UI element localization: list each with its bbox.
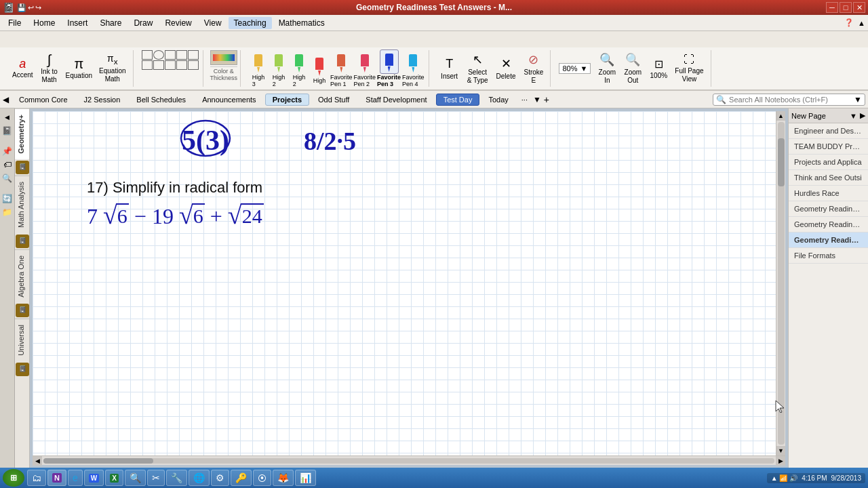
vscroll-down-button[interactable]: ▼ bbox=[776, 446, 786, 455]
zoom-value-box[interactable]: 80% ▼ bbox=[559, 63, 591, 74]
ink-to-math-button[interactable]: ∫ Ink toMath bbox=[37, 52, 62, 85]
shape-r2[interactable] bbox=[153, 60, 164, 70]
taskbar-settings-button[interactable]: ⚙ bbox=[211, 470, 229, 486]
tab-odd-stuff[interactable]: Odd Stuff bbox=[311, 94, 357, 106]
panel-item-team-buddy[interactable]: TEAM BUDDY Practi bbox=[789, 139, 868, 155]
vtab-math-analysis[interactable]: Math Analysis bbox=[15, 176, 29, 233]
tab-common-core[interactable]: Common Core bbox=[12, 94, 75, 106]
taskbar-search-button[interactable]: 🔍 bbox=[125, 470, 146, 486]
fav4-button[interactable] bbox=[403, 49, 422, 74]
menu-review[interactable]: Review bbox=[159, 17, 197, 29]
taskbar-globe-button[interactable]: 🌐 bbox=[189, 470, 210, 486]
sidebar-folder-icon[interactable]: 📁 bbox=[1, 206, 14, 218]
close-button[interactable]: ✕ bbox=[853, 2, 865, 13]
tab-staff-development[interactable]: Staff Development bbox=[358, 94, 434, 106]
menu-insert[interactable]: Insert bbox=[62, 17, 93, 29]
high3-button[interactable] bbox=[249, 49, 268, 74]
stroke-button[interactable]: ⊘ StrokeE bbox=[521, 51, 546, 86]
vscroll-up-button[interactable]: ▲ bbox=[776, 111, 786, 121]
redo-icon[interactable]: ↪ bbox=[35, 3, 41, 12]
shape-r3[interactable] bbox=[165, 60, 176, 70]
undo-icon[interactable]: ↩ bbox=[28, 3, 34, 12]
tab-today[interactable]: Today bbox=[481, 94, 515, 106]
tab-projects[interactable]: Projects bbox=[265, 94, 309, 106]
tab-test-day[interactable]: Test Day bbox=[436, 94, 480, 106]
panel-item-hurdles[interactable]: Hurdles Race bbox=[789, 186, 868, 201]
sidebar-back-icon[interactable]: ◀ bbox=[1, 111, 14, 123]
taskbar-folder-button[interactable]: 🗂 bbox=[27, 470, 46, 486]
vtab-algebra-one[interactable]: Algebra One bbox=[15, 249, 29, 303]
vtab-universal[interactable]: Universal bbox=[15, 319, 29, 361]
hscroll-right-button[interactable]: ▶ bbox=[776, 456, 785, 466]
menu-file[interactable]: File bbox=[3, 17, 26, 29]
vscroll-thumb[interactable] bbox=[778, 138, 785, 186]
taskbar-chrome-button[interactable]: ⦿ bbox=[253, 470, 271, 486]
panel-item-think-see[interactable]: Think and See Outsi bbox=[789, 170, 868, 186]
panel-item-geo-read-1[interactable]: Geometry Readiness bbox=[789, 201, 868, 217]
shape-r5[interactable] bbox=[188, 60, 199, 70]
panel-item-geo-read-3[interactable]: Geometry Readiness bbox=[789, 232, 868, 248]
shape-rect2[interactable] bbox=[165, 50, 176, 60]
tabs-arrow-right[interactable]: ▼ bbox=[533, 95, 541, 104]
taskbar-excel-button[interactable]: X bbox=[105, 470, 123, 486]
high2-button[interactable] bbox=[269, 49, 288, 74]
shape-r1[interactable] bbox=[142, 60, 153, 70]
taskbar-word-button[interactable]: W bbox=[84, 470, 104, 486]
shape-other[interactable] bbox=[188, 50, 199, 60]
menu-teaching[interactable]: Teaching bbox=[229, 17, 272, 29]
start-button[interactable]: ⊞ bbox=[3, 469, 24, 487]
taskbar-tools-button[interactable]: 🔧 bbox=[166, 470, 187, 486]
zoom-dropdown-icon[interactable]: ▼ bbox=[580, 64, 587, 73]
equation-button[interactable]: π Equation bbox=[63, 56, 95, 81]
minimize-button[interactable]: ─ bbox=[826, 2, 838, 13]
taskbar-ie-button[interactable]: e bbox=[68, 470, 83, 486]
taskbar-chart-button[interactable]: 📊 bbox=[295, 470, 316, 486]
high-button[interactable] bbox=[310, 53, 329, 77]
panel-item-geo-read-2[interactable]: Geometry Readiness bbox=[789, 217, 868, 232]
tab-j2-session[interactable]: J2 Session bbox=[77, 94, 128, 106]
tab-announcements[interactable]: Announcements bbox=[195, 94, 264, 106]
color-swatch[interactable] bbox=[210, 50, 237, 65]
taskbar-onenote-button[interactable]: N bbox=[47, 470, 66, 486]
accent-button[interactable]: a Accent bbox=[9, 56, 36, 81]
taskbar-key-button[interactable]: 🔑 bbox=[231, 470, 252, 486]
select-type-button[interactable]: ↖ Select& Type bbox=[465, 51, 491, 86]
zoom-100-button[interactable]: ⊡ 100% bbox=[646, 56, 671, 81]
taskbar-scissors-button[interactable]: ✂ bbox=[147, 470, 165, 486]
high1-button[interactable] bbox=[290, 49, 309, 74]
tabs-back-icon[interactable]: ◀ bbox=[3, 95, 9, 104]
vscroll-track[interactable] bbox=[778, 122, 785, 445]
fav1-button[interactable] bbox=[332, 49, 351, 74]
tabs-more[interactable]: ··· bbox=[517, 94, 532, 105]
menu-draw[interactable]: Draw bbox=[128, 17, 158, 29]
search-input[interactable] bbox=[729, 96, 851, 104]
canvas[interactable]: 5(3) 8/2·5 17) Simplify in radical form bbox=[33, 111, 785, 455]
shape-rect[interactable] bbox=[142, 50, 153, 60]
panel-header-forward-icon[interactable]: ▶ bbox=[860, 111, 865, 120]
vtab-geometry[interactable]: Geometry+ bbox=[15, 108, 29, 159]
insert-button[interactable]: T Insert bbox=[437, 56, 462, 82]
fav3-button[interactable] bbox=[380, 49, 399, 74]
panel-item-projects[interactable]: Projects and Applica bbox=[789, 155, 868, 170]
menu-share[interactable]: Share bbox=[94, 17, 127, 29]
sidebar-tags-icon[interactable]: 🏷 bbox=[1, 159, 14, 171]
tab-bell-schedules[interactable]: Bell Schedules bbox=[129, 94, 193, 106]
menu-view[interactable]: View bbox=[199, 17, 227, 29]
shape-circle[interactable] bbox=[153, 50, 164, 60]
zoom-in-button[interactable]: 🔍 ZoomIn bbox=[595, 51, 619, 86]
search-dropdown-icon[interactable]: ▼ bbox=[854, 95, 862, 104]
sidebar-nav-icon[interactable]: 📌 bbox=[1, 145, 14, 157]
hscroll-left-button[interactable]: ◀ bbox=[33, 456, 42, 466]
taskbar-firefox-button[interactable]: 🦊 bbox=[273, 470, 294, 486]
panel-item-file-formats[interactable]: File Formats bbox=[789, 248, 868, 264]
restore-button[interactable]: □ bbox=[840, 2, 852, 13]
save-icon[interactable]: 💾 bbox=[17, 3, 26, 12]
fav2-button[interactable] bbox=[355, 49, 374, 74]
shape-r4[interactable] bbox=[176, 60, 187, 70]
delete-button[interactable]: ✕ Delete bbox=[494, 55, 519, 82]
panel-header-dropdown-icon[interactable]: ▼ bbox=[850, 112, 857, 120]
shape-tri[interactable] bbox=[176, 50, 187, 60]
help-icon[interactable]: ❓ bbox=[844, 18, 854, 27]
equation-math-button[interactable]: πx EquationMath bbox=[96, 52, 128, 84]
zoom-out-button[interactable]: 🔍 ZoomOut bbox=[620, 51, 645, 86]
